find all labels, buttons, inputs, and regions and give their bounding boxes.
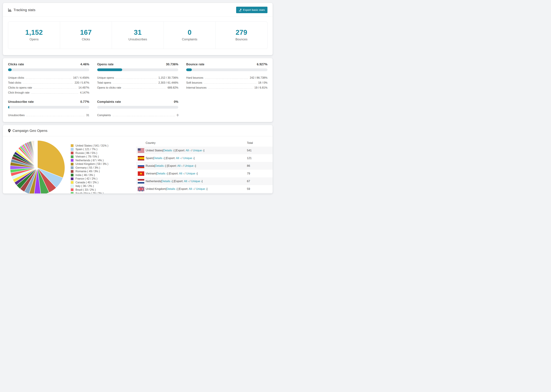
campaign-overview-page: Tracking stats Export basic stats 1,152O… xyxy=(0,0,276,196)
metric-unsubscribe-rate: Unsubscribe rate0.77%Unsubscribes31 xyxy=(8,100,89,117)
geo-table-row-united-states: United States[Details ›] [Export: All › … xyxy=(136,147,273,154)
legend-item-india: India ( 46 / 3% ) xyxy=(71,173,130,177)
dotted-leader xyxy=(26,78,71,79)
legend-label: India ( 46 / 3% ) xyxy=(76,174,95,177)
legend-label: France ( 42 / 2% ) xyxy=(76,177,97,180)
export-unique-link[interactable]: Unique › xyxy=(186,172,197,175)
country-name: Spain xyxy=(146,156,153,160)
export-all-link[interactable]: All › xyxy=(179,172,184,175)
rate-row-label: Click through rate xyxy=(8,91,29,94)
country-name: Russia xyxy=(146,164,154,167)
rate-row-total-clicks: Total clicks220 / 5.87% xyxy=(8,79,89,84)
country-name: United Kingdom xyxy=(146,187,166,190)
metric-name: Unsubscribe rate xyxy=(8,100,34,104)
metric-progress-track xyxy=(97,106,178,109)
rate-row-label: Clicks to opens rate xyxy=(8,86,32,89)
tracking-stats-title-text: Tracking stats xyxy=(14,8,35,12)
rate-row-unique-clicks: Unique clicks167 / 4.456% xyxy=(8,74,89,79)
metric-progress-fill xyxy=(8,68,12,71)
export-unique-link[interactable]: Unique › xyxy=(196,187,206,190)
dotted-leader xyxy=(113,116,175,116)
rate-row-label: Complaints xyxy=(97,114,111,117)
rate-row-value: 19 / 6.81% xyxy=(254,86,268,89)
export-all-link[interactable]: All › xyxy=(189,187,194,190)
country-name: United States xyxy=(146,149,162,152)
metric-name: Clicks rate xyxy=(8,63,24,66)
geo-pie-legend: United States ( 541 / 31% )Spain ( 121 /… xyxy=(71,144,130,194)
vn-flag-icon xyxy=(136,171,146,176)
legend-label: Romania ( 49 / 3% ) xyxy=(76,170,100,173)
metric-value: 0% xyxy=(174,100,178,104)
geo-table-row-vietnam: Vietnam[Details ›] [Export: All › / Uniq… xyxy=(136,170,273,177)
geo-table-rows: United States[Details ›] [Export: All › … xyxy=(136,147,273,194)
export-unique-link[interactable]: Unique › xyxy=(183,156,194,160)
legend-label: Italy ( 36 / 2% ) xyxy=(76,185,94,188)
export-unique-link[interactable]: Unique › xyxy=(191,180,202,183)
details-link[interactable]: Details › xyxy=(163,149,174,152)
details-link[interactable]: Details › xyxy=(167,187,177,190)
metric-progress-track xyxy=(97,68,178,71)
export-all-link[interactable]: All › xyxy=(184,180,189,183)
details-link[interactable]: Details › xyxy=(155,164,165,167)
legend-swatch xyxy=(71,192,74,194)
dotted-leader xyxy=(208,88,253,89)
legend-swatch xyxy=(71,159,74,162)
legend-swatch xyxy=(71,166,74,169)
rate-row-complaints: Complaints0 xyxy=(97,112,178,117)
metric-value: 4.46% xyxy=(80,63,89,66)
country-cell: Netherlands[Details ›] [Export: All › / … xyxy=(146,180,247,183)
geo-table-row-russia: Russia[Details ›] [Export: All › / Uniqu… xyxy=(136,162,273,170)
rate-row-value: 242 / 86.738% xyxy=(250,76,268,79)
dotted-leader xyxy=(205,78,248,79)
rate-row-unsubscribes: Unsubscribes31 xyxy=(8,112,89,117)
bar-chart-icon xyxy=(8,8,12,12)
total-cell: 541 xyxy=(247,149,273,152)
details-link[interactable]: Details › xyxy=(162,180,172,183)
export-unique-link[interactable]: Unique › xyxy=(193,149,204,152)
export-all-link[interactable]: All › xyxy=(177,164,182,167)
legend-item-vietnam: Vietnam ( 79 / 5% ) xyxy=(71,155,130,159)
dotted-leader xyxy=(115,78,157,79)
legend-swatch xyxy=(71,174,74,176)
rate-row-hard-bounces: Hard bounces242 / 86.738% xyxy=(186,74,268,79)
stat-label: Bounces xyxy=(216,38,267,41)
legend-item-romania: Romania ( 49 / 3% ) xyxy=(71,170,130,173)
legend-item-spain: Spain ( 121 / 7% ) xyxy=(71,147,130,151)
geo-table-header-total: Total xyxy=(247,141,273,145)
geo-title-text: Campaign Geo Opens xyxy=(13,129,47,133)
metric-value: 30.736% xyxy=(166,63,178,66)
country-cell: United States[Details ›] [Export: All › … xyxy=(146,149,247,152)
export-all-link[interactable]: All › xyxy=(186,149,191,152)
geo-header: Campaign Geo Opens xyxy=(3,125,273,136)
stat-box-opens: 1,152Opens xyxy=(8,22,60,49)
dotted-leader xyxy=(26,116,85,116)
legend-swatch xyxy=(71,144,74,147)
legend-swatch xyxy=(71,185,74,188)
rate-row-value: 220 / 5.87% xyxy=(75,81,89,84)
legend-swatch xyxy=(71,188,74,191)
rate-row-label: Hard bounces xyxy=(186,76,203,79)
stat-label: Clicks xyxy=(60,38,112,41)
country-cell: Russia[Details ›] [Export: All › / Uniqu… xyxy=(146,164,247,168)
rate-row-value: 167 / 4.456% xyxy=(73,76,89,79)
geo-table-header-country: Country xyxy=(146,141,247,145)
stat-value: 279 xyxy=(216,28,267,36)
rate-row-value: 689.82% xyxy=(168,86,178,89)
legend-swatch xyxy=(71,155,74,158)
legend-swatch xyxy=(71,170,74,173)
dotted-leader xyxy=(123,88,166,89)
export-basic-stats-label: Export basic stats xyxy=(243,8,265,11)
nl-flag-icon xyxy=(136,179,146,183)
export-all-link[interactable]: All › xyxy=(176,156,181,160)
export-unique-link[interactable]: Unique › xyxy=(184,164,195,167)
rate-row-value: 1,152 / 30.736% xyxy=(158,76,178,79)
export-basic-stats-button[interactable]: Export basic stats xyxy=(236,7,268,13)
details-link[interactable]: Details › xyxy=(157,172,167,175)
metric-clicks-rate: Clicks rate4.46%Unique clicks167 / 4.456… xyxy=(8,63,89,94)
rate-row-label: Total clicks xyxy=(8,81,21,84)
map-pin-icon xyxy=(8,129,11,133)
details-link[interactable]: Details › xyxy=(154,156,164,160)
legend-item-italy: Italy ( 36 / 2% ) xyxy=(71,184,130,188)
country-cell: Vietnam[Details ›] [Export: All › / Uniq… xyxy=(146,172,247,175)
country-name: Vietnam xyxy=(146,172,156,175)
